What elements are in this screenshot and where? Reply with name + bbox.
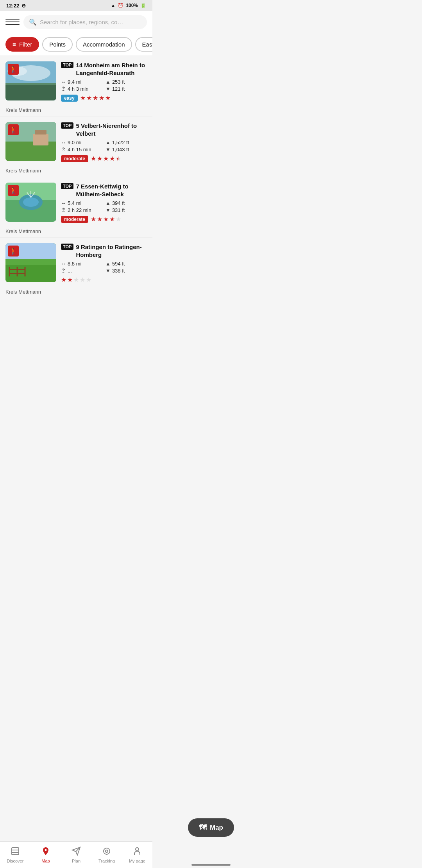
stars-4: ★ ★ ★ ★ ★: [61, 276, 91, 283]
distance-icon-3: ↔: [61, 200, 66, 206]
route-stats-3: ↔5.4 mi ▲394 ft ⏱2 h 22 min ▼331 ft: [61, 200, 147, 213]
svg-rect-8: [33, 134, 48, 145]
accommodation-filter-button[interactable]: Accommodation: [76, 37, 132, 52]
route-meta-1: easy ★ ★ ★ ★ ★: [61, 94, 147, 102]
route-meta-4: ★ ★ ★ ★ ★: [61, 276, 147, 283]
points-filter-button[interactable]: Points: [42, 37, 73, 52]
filter-row: ≡ Filter Points Accommodation Easy: [0, 33, 152, 56]
elev-down-icon-2: ▼: [106, 147, 111, 152]
svg-rect-4: [5, 85, 56, 100]
route-meta-3: moderate ★ ★ ★ ★ ★: [61, 215, 147, 223]
stars-1: ★ ★ ★ ★ ★: [80, 94, 111, 102]
svg-rect-3: [5, 83, 56, 100]
filter-icon: ≡: [13, 41, 16, 48]
route-info-4: TOP 9 Ratingen to Ratingen-Homberg ↔8.8 …: [61, 243, 147, 283]
alarm-icon: ⏰: [118, 3, 123, 8]
walk-badge-1: 🚶: [8, 64, 19, 75]
search-input[interactable]: Search for places, regions, co…: [40, 19, 123, 25]
route-card-2[interactable]: 🚶 TOP 5 Velbert-Nierenhof to Velbert ↔9.…: [0, 117, 152, 177]
menu-button[interactable]: [5, 15, 20, 29]
route-subtitle-2: Kreis Mettmann: [0, 168, 152, 177]
elev-down-icon-1: ▼: [106, 86, 111, 92]
elev-up-icon-1: ▲: [106, 79, 111, 85]
route-subtitle-4: Kreis Mettmann: [0, 289, 152, 298]
battery-icon: 🔋: [140, 3, 146, 8]
elev-down-icon-4: ▼: [106, 268, 111, 274]
elev-down-icon-3: ▼: [106, 207, 111, 213]
search-bar[interactable]: 🔍 Search for places, regions, co…: [23, 15, 147, 29]
svg-rect-7: [5, 142, 56, 161]
route-title-4: 9 Ratingen to Ratingen-Homberg: [76, 243, 147, 258]
route-info-3: TOP 7 Essen-Kettwig to Mülheim-Selbeck ↔…: [61, 183, 147, 223]
walk-badge-2: 🚶: [8, 124, 19, 135]
status-bar: 12:22 ⊖ ▲ ⏰ 100% 🔋: [0, 0, 152, 11]
top-badge-4: TOP: [61, 244, 73, 250]
route-meta-2: moderate ★ ★ ★ ★ ★: [61, 155, 147, 162]
top-badge-1: TOP: [61, 62, 73, 68]
route-card-1[interactable]: 🚶 TOP 14 Monheim am Rhein to Langenfeld-…: [0, 56, 152, 117]
wifi-icon: ▲: [111, 3, 115, 8]
route-subtitle-1: Kreis Mettmann: [0, 107, 152, 116]
top-badge-3: TOP: [61, 183, 73, 189]
time-icon-2: ⏱: [61, 147, 66, 152]
battery-text: 100%: [126, 3, 138, 8]
routes-list: 🚶 TOP 14 Monheim am Rhein to Langenfeld-…: [0, 56, 152, 330]
time-icon-3: ⏱: [61, 207, 66, 213]
elev-up-icon-3: ▲: [106, 200, 111, 206]
route-image-2: 🚶: [5, 122, 56, 161]
route-subtitle-3: Kreis Mettmann: [0, 228, 152, 237]
search-icon: 🔍: [29, 18, 37, 26]
difficulty-badge-2: moderate: [61, 155, 88, 162]
elev-up-icon-4: ▲: [106, 261, 111, 267]
route-info-1: TOP 14 Monheim am Rhein to Langenfeld-Re…: [61, 61, 147, 102]
elev-up-icon-2: ▲: [106, 140, 111, 145]
route-stats-4: ↔8.8 mi ▲594 ft ⏱... ▼338 ft: [61, 261, 147, 274]
filter-button[interactable]: ≡ Filter: [5, 37, 39, 52]
status-do-not-disturb: ⊖: [21, 3, 26, 9]
route-title-2: 5 Velbert-Nierenhof to Velbert: [76, 122, 147, 137]
distance-icon-2: ↔: [61, 140, 66, 145]
route-info-2: TOP 5 Velbert-Nierenhof to Velbert ↔9.0 …: [61, 122, 147, 162]
time-icon-4: ⏱: [61, 268, 66, 274]
difficulty-badge-3: moderate: [61, 216, 88, 223]
time-icon-1: ⏱: [61, 86, 66, 92]
status-time-area: 12:22 ⊖: [6, 3, 26, 9]
header: 🔍 Search for places, regions, co…: [0, 11, 152, 33]
distance-icon-4: ↔: [61, 261, 66, 267]
route-card-4[interactable]: 🚶 TOP 9 Ratingen to Ratingen-Homberg ↔8.…: [0, 238, 152, 298]
route-stats-1: ↔9.4 mi ▲253 ft ⏱4 h 3 min ▼121 ft: [61, 79, 147, 92]
route-stats-2: ↔9.0 mi ▲1,522 ft ⏱4 h 15 min ▼1,043 ft: [61, 140, 147, 152]
svg-rect-9: [35, 130, 46, 135]
status-icons: ▲ ⏰ 100% 🔋: [111, 3, 146, 8]
top-badge-2: TOP: [61, 122, 73, 129]
difficulty-badge-1: easy: [61, 95, 78, 102]
route-image-4: 🚶: [5, 243, 56, 282]
walk-badge-4: 🚶: [8, 246, 19, 256]
svg-point-13: [23, 197, 39, 207]
stars-2: ★ ★ ★ ★ ★: [91, 155, 121, 162]
route-title-1: 14 Monheim am Rhein to Langenfeld-Reusra…: [76, 61, 147, 77]
easy-filter-button[interactable]: Easy: [135, 37, 152, 52]
route-card-3[interactable]: 🚶 TOP 7 Essen-Kettwig to Mülheim-Selbeck…: [0, 177, 152, 238]
stars-3: ★ ★ ★ ★ ★: [91, 215, 121, 223]
distance-icon-1: ↔: [61, 79, 66, 85]
route-image-3: 🚶: [5, 183, 56, 222]
route-image-1: 🚶: [5, 61, 56, 100]
walk-badge-3: 🚶: [8, 185, 19, 196]
status-time: 12:22: [6, 3, 19, 9]
route-title-3: 7 Essen-Kettwig to Mülheim-Selbeck: [76, 183, 147, 198]
